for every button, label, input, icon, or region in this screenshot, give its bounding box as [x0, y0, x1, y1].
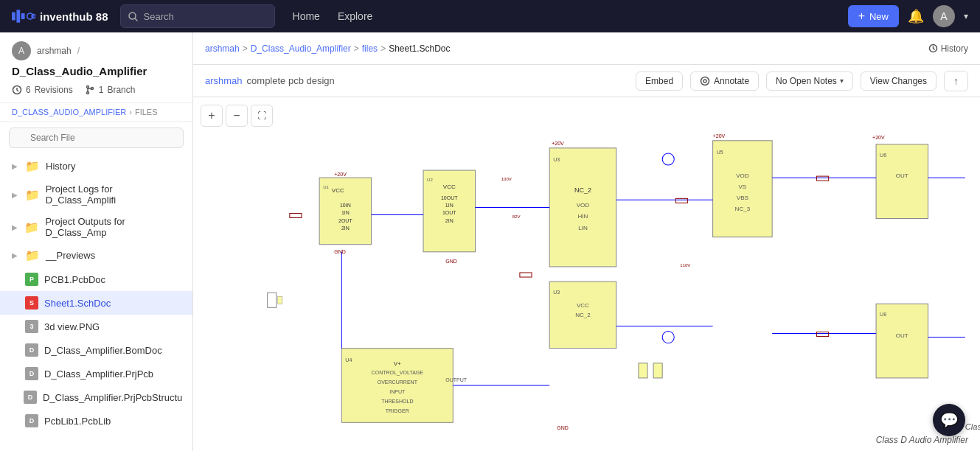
annotate-button[interactable]: Annotate	[690, 71, 759, 91]
sidebar-item-pcb1[interactable]: ▶ P PCB1.PcbDoc	[0, 268, 192, 291]
folder-previews-label: __Previews	[46, 250, 95, 261]
svg-text:10IN: 10IN	[340, 203, 351, 208]
toolbar-description: complete pcb design	[247, 75, 335, 86]
revisions-label: Revisions	[35, 85, 73, 95]
file-icon-gray: D	[25, 414, 38, 427]
sidebar-item-history[interactable]: ▶ 📁 History	[0, 154, 192, 178]
sidebar-slash: /	[77, 46, 80, 56]
notes-button[interactable]: No Open Notes ▾	[766, 71, 853, 91]
search-bar[interactable]: Search	[120, 4, 275, 28]
sidebar-avatar[interactable]: A	[12, 41, 31, 60]
chat-icon: 💬	[940, 411, 959, 429]
search-icon	[128, 12, 138, 21]
branch-icon	[85, 85, 95, 95]
sidebar-project-name[interactable]: D_Class_Audio_Amplifier	[0, 63, 192, 85]
annotate-label: Annotate	[714, 76, 749, 86]
zoom-out-button[interactable]: −	[226, 105, 248, 127]
embed-button[interactable]: Embed	[636, 71, 683, 91]
chevron-down-icon[interactable]: ▾	[964, 11, 968, 21]
folder-logs-label: Project Logs for D_Class_Amplifi	[46, 183, 181, 206]
svg-rect-2	[21, 13, 25, 19]
file-toolbar-left: arshmah complete pcb design	[205, 75, 628, 86]
history-button[interactable]: History	[928, 43, 968, 54]
chevron-right-icon: ▶	[12, 191, 19, 199]
breadcrumb-project[interactable]: D_CLASS_AUDIO_AMPLIFIER	[12, 108, 126, 116]
zoom-controls: + − ⛶	[201, 105, 273, 127]
sidebar: A arshmah / D_Class_Audio_Amplifier 6 Re…	[0, 32, 193, 451]
svg-text:+20V: +20V	[872, 135, 885, 140]
schematic-label: Class D Audio Amplifier	[876, 435, 968, 445]
zoom-fit-button[interactable]: ⛶	[251, 105, 273, 127]
file-icon-gray: 3	[25, 320, 38, 333]
search-file-input[interactable]	[9, 127, 184, 148]
svg-text:100V: 100V	[501, 177, 512, 181]
svg-text:TRIGGER: TRIGGER	[386, 408, 409, 413]
sidebar-item-bomdoc[interactable]: ▶ D D_Class_Amplifier.BomDoc	[0, 338, 192, 362]
upload-button[interactable]: ↑	[944, 71, 968, 91]
bell-icon[interactable]: 🔔	[908, 8, 924, 24]
sidebar-username[interactable]: arshmah	[37, 46, 72, 56]
svg-rect-89	[639, 363, 647, 378]
svg-text:GND: GND	[334, 249, 346, 254]
sidebar-item-project-outputs[interactable]: ▶ 📁 Project Outputs for D_Class_Amp	[0, 211, 192, 243]
chevron-right-icon: ▶	[12, 223, 18, 231]
logo-icon	[12, 8, 35, 24]
sidebar-item-prjpcb[interactable]: ▶ D D_Class_Amplifier.PrjPcb	[0, 362, 192, 385]
breadcrumb-section[interactable]: files	[362, 43, 378, 54]
file-icon-red: S	[25, 296, 38, 310]
logo[interactable]: inventhub 88	[12, 8, 108, 24]
svg-point-13	[701, 77, 709, 85]
sidebar-item-sheet1[interactable]: ▶ S Sheet1.SchDoc	[0, 291, 192, 315]
nav-explore[interactable]: Explore	[338, 10, 372, 22]
svg-rect-88	[278, 296, 282, 304]
revisions-meta[interactable]: 6 Revisions	[12, 85, 73, 95]
right-header: arshmah > D_Class_Audio_Amplifier > file…	[193, 32, 980, 65]
breadcrumb-project[interactable]: D_Class_Audio_Amplifier	[251, 43, 351, 54]
svg-text:VS: VS	[739, 183, 747, 190]
breadcrumb-file: Sheet1.SchDoc	[389, 43, 450, 54]
branch-count: 1	[99, 85, 104, 95]
svg-text:U2: U2	[427, 178, 433, 182]
svg-text:HIN: HIN	[578, 214, 588, 220]
file-icon-gray: D	[25, 343, 38, 357]
file-prjpcb-label: D_Class_Amplifier.PrjPcb	[44, 368, 153, 380]
breadcrumb-files[interactable]: FILES	[135, 108, 158, 116]
svg-text:CONTROL_VOLTAGE: CONTROL_VOLTAGE	[372, 370, 424, 376]
svg-point-75	[662, 153, 674, 165]
sidebar-meta: 6 Revisions 1 Branch	[0, 85, 192, 102]
svg-text:1IN: 1IN	[445, 203, 453, 208]
history-label: History	[941, 43, 968, 54]
nav-home[interactable]: Home	[293, 10, 320, 22]
svg-rect-71	[520, 273, 532, 277]
view-changes-button[interactable]: View Changes	[861, 71, 936, 91]
chat-bubble[interactable]: 💬	[933, 404, 965, 436]
upload-icon: ↑	[953, 75, 959, 87]
sidebar-item-3dview[interactable]: ▶ 3 3d view.PNG	[0, 315, 192, 338]
breadcrumb-user[interactable]: arshmah	[205, 43, 240, 54]
sidebar-item-previews[interactable]: ▶ 📁 __Previews	[0, 243, 192, 268]
folder-outputs-label: Project Outputs for D_Class_Amp	[45, 216, 181, 238]
new-button[interactable]: + New	[848, 5, 899, 27]
svg-text:THRESHOLD: THRESHOLD	[381, 399, 413, 404]
sidebar-item-prjpcbstruct[interactable]: ▶ D D_Class_Amplifier.PrjPcbStructu	[0, 385, 192, 409]
svg-text:Class D Audio Amplifier: Class D Audio Amplifier	[965, 422, 980, 431]
history-icon	[928, 43, 938, 53]
sidebar-item-project-logs[interactable]: ▶ 📁 Project Logs for D_Class_Amplifi	[0, 178, 192, 211]
svg-rect-70	[290, 213, 302, 217]
sidebar-item-pcblib[interactable]: ▶ D PcbLib1.PcbLib	[0, 409, 192, 433]
breadcrumb-sep2: >	[354, 43, 359, 54]
svg-text:VBS: VBS	[737, 195, 748, 201]
branch-meta[interactable]: 1 Branch	[85, 85, 136, 95]
svg-rect-90	[653, 363, 662, 378]
svg-text:2IN: 2IN	[445, 218, 453, 223]
svg-text:1IN: 1IN	[341, 210, 350, 215]
svg-text:U4: U4	[345, 357, 352, 363]
file-3dview-label: 3d view.PNG	[44, 321, 100, 332]
svg-text:OUTPUT: OUTPUT	[445, 377, 468, 382]
avatar[interactable]: A	[933, 5, 955, 27]
zoom-in-button[interactable]: +	[201, 105, 223, 127]
toolbar-author[interactable]: arshmah	[205, 75, 243, 86]
svg-text:+20V: +20V	[552, 141, 564, 146]
chevron-right-icon: ▶	[12, 162, 19, 170]
file-prjpcbstruct-label: D_Class_Amplifier.PrjPcbStructu	[43, 392, 182, 403]
